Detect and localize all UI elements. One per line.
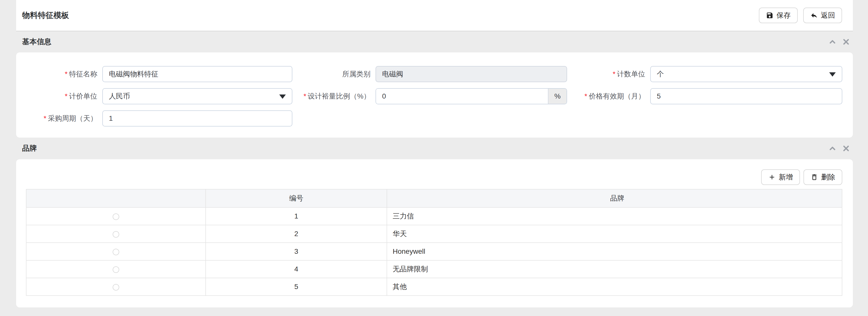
- row-select-radio[interactable]: [113, 231, 119, 238]
- section-header-basic: 基本信息: [16, 31, 853, 53]
- row-no-cell: 1: [206, 208, 387, 225]
- row-brand-cell: Honeywell: [387, 243, 842, 260]
- field-purchase-cycle: *采购周期（天）: [16, 110, 292, 126]
- delete-button-label: 删除: [821, 172, 835, 182]
- count-unit-label: *计数单位: [567, 69, 650, 79]
- feature-name-label: *特征名称: [16, 69, 102, 79]
- price-unit-label: *计价单位: [16, 92, 102, 101]
- section-tools-basic: [828, 37, 850, 46]
- save-button-label: 保存: [776, 10, 790, 20]
- row-no-cell: 4: [206, 260, 387, 278]
- section-title-basic: 基本信息: [22, 37, 52, 47]
- add-button[interactable]: 新增: [761, 169, 800, 185]
- category-label: 所属类别: [292, 69, 375, 79]
- design-margin-label: *设计裕量比例（%）: [292, 92, 375, 101]
- required-asterisk: *: [304, 92, 306, 100]
- row-no-cell: 5: [206, 278, 387, 295]
- save-button[interactable]: 保存: [759, 7, 798, 23]
- caret-down-icon: [279, 95, 286, 99]
- form-row-1: *特征名称 所属类别 *计数单位 个: [16, 66, 853, 82]
- caret-down-icon: [829, 72, 836, 76]
- table-row: 4 无品牌限制: [26, 260, 842, 278]
- field-feature-name: *特征名称: [16, 66, 292, 82]
- topbar-actions: 保存 返回: [759, 7, 842, 23]
- row-select-radio[interactable]: [113, 214, 119, 220]
- field-category: 所属类别: [292, 66, 567, 82]
- percent-addon: %: [548, 89, 566, 104]
- count-unit-select[interactable]: 个: [650, 66, 842, 82]
- required-asterisk: *: [585, 92, 587, 100]
- form-row-2: *计价单位 人民币 *设计裕量比例（%） % *价格有效期（月）: [16, 88, 853, 104]
- section-header-brand: 品牌: [16, 137, 853, 159]
- header-no: 编号: [206, 189, 387, 208]
- section-title-brand: 品牌: [22, 144, 37, 154]
- row-select-radio[interactable]: [113, 284, 119, 290]
- required-asterisk: *: [613, 70, 616, 78]
- row-no-cell: 2: [206, 225, 387, 243]
- add-button-label: 新增: [779, 172, 793, 182]
- field-design-margin: *设计裕量比例（%） %: [292, 88, 567, 104]
- table-row: 1 三力信: [26, 208, 842, 225]
- plus-icon: [768, 173, 776, 181]
- back-button[interactable]: 返回: [803, 7, 842, 23]
- topbar: 物料特征模板 保存 返回: [16, 0, 853, 31]
- brand-table: 编号 品牌 1 三力信 2 华天 3 Honeywell 4 无品牌限制 5 其…: [26, 189, 842, 296]
- table-row: 3 Honeywell: [26, 243, 842, 260]
- required-asterisk: *: [65, 92, 67, 100]
- row-brand-cell: 华天: [387, 225, 842, 243]
- price-unit-select[interactable]: 人民币: [102, 88, 292, 104]
- row-brand-cell: 三力信: [387, 208, 842, 225]
- save-icon: [766, 11, 774, 19]
- field-price-validity: *价格有效期（月）: [567, 88, 842, 104]
- basic-info-panel: *特征名称 所属类别 *计数单位 个 *计价单位 人民币: [16, 53, 853, 137]
- field-count-unit: *计数单位 个: [567, 66, 842, 82]
- row-select-radio[interactable]: [113, 266, 119, 273]
- table-row: 2 华天: [26, 225, 842, 243]
- price-validity-input[interactable]: [650, 88, 842, 104]
- row-no-cell: 3: [206, 243, 387, 260]
- row-brand-cell: 其他: [387, 278, 842, 295]
- page-title: 物料特征模板: [22, 10, 69, 21]
- brand-panel: 新增 删除 编号 品牌 1 三力信 2: [16, 159, 853, 308]
- purchase-cycle-input[interactable]: [102, 110, 292, 126]
- close-icon[interactable]: [842, 144, 850, 153]
- header-brand: 品牌: [387, 189, 842, 208]
- main-content: 物料特征模板 保存 返回 基本信息 *特: [16, 0, 853, 308]
- price-validity-label: *价格有效期（月）: [567, 92, 650, 101]
- header-select: [26, 189, 206, 208]
- brand-actions: 新增 删除: [16, 169, 853, 185]
- back-button-label: 返回: [821, 10, 835, 20]
- trash-icon: [810, 173, 818, 181]
- purchase-cycle-label: *采购周期（天）: [16, 114, 102, 123]
- field-price-unit: *计价单位 人民币: [16, 88, 292, 104]
- table-row: 5 其他: [26, 278, 842, 295]
- close-icon[interactable]: [842, 37, 850, 46]
- delete-button[interactable]: 删除: [804, 169, 842, 185]
- section-tools-brand: [828, 144, 850, 153]
- form-row-3: *采购周期（天）: [16, 110, 853, 126]
- back-icon: [810, 11, 818, 19]
- required-asterisk: *: [43, 115, 46, 122]
- collapse-chevron-up-icon[interactable]: [828, 37, 837, 46]
- required-asterisk: *: [65, 70, 67, 78]
- collapse-chevron-up-icon[interactable]: [828, 144, 837, 153]
- feature-name-input[interactable]: [102, 66, 292, 82]
- brand-table-header-row: 编号 品牌: [26, 189, 842, 208]
- row-brand-cell: 无品牌限制: [387, 260, 842, 278]
- category-input: [375, 66, 567, 82]
- design-margin-input[interactable]: [376, 89, 548, 104]
- row-select-radio[interactable]: [113, 249, 119, 255]
